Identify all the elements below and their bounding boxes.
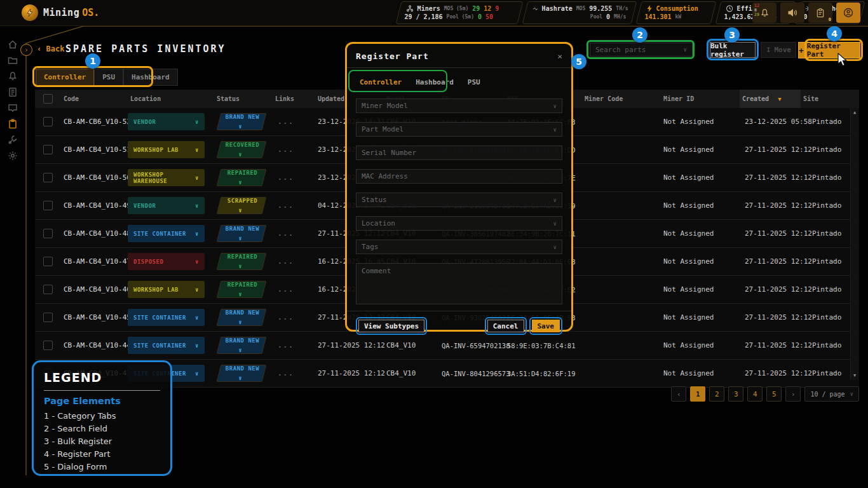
tab-hashboard[interactable]: Hashboard (123, 69, 178, 86)
tab-psu[interactable]: PSU (94, 69, 123, 86)
sidebar-item-alerts[interactable] (8, 71, 18, 81)
row-checkbox[interactable] (43, 257, 53, 266)
dialog-tab-controller[interactable]: Controller (360, 78, 402, 86)
location-dropdown[interactable]: SITE CONTAINER∨ (128, 225, 205, 242)
location-field[interactable]: Location∨ (356, 216, 562, 231)
sidebar-item-tools[interactable] (8, 135, 18, 145)
row-checkbox[interactable] (43, 341, 53, 350)
scroll-down-icon[interactable]: ▼ (853, 373, 856, 378)
sidebar-item-folder[interactable] (8, 55, 18, 65)
row-checkbox[interactable] (43, 201, 53, 210)
bulk-register-button[interactable]: Bulk register (710, 42, 756, 58)
location-dropdown[interactable]: WORKSHOP LAB∨ (128, 281, 205, 298)
row-links-menu[interactable]: ... (273, 369, 315, 377)
field-placeholder: Location (362, 219, 395, 227)
column-header-site[interactable]: Site (801, 90, 850, 108)
page-button-2[interactable]: 2 (709, 386, 724, 402)
column-header-miner-code[interactable]: Miner Code (582, 90, 661, 108)
row-links-menu[interactable]: ... (273, 313, 315, 322)
location-dropdown[interactable]: VENDOR∨ (128, 197, 205, 214)
status-field[interactable]: Status∨ (356, 193, 562, 207)
row-links-menu[interactable]: ... (273, 229, 315, 238)
column-header-code[interactable]: Code (61, 90, 128, 108)
cell-code: CB-AM-CB4_V10-49 (61, 201, 128, 210)
row-links-menu[interactable]: ... (273, 118, 315, 126)
save-button[interactable]: Save (532, 320, 560, 332)
serial-number-field[interactable]: Serial Number (356, 146, 562, 160)
cancel-button[interactable]: Cancel (487, 320, 524, 332)
row-checkbox[interactable] (43, 145, 53, 154)
close-icon[interactable]: × (557, 51, 562, 61)
account-button[interactable] (836, 3, 860, 23)
row-links-menu[interactable]: ... (273, 285, 315, 294)
tasks-button[interactable]: 0 (808, 3, 832, 23)
mac-address-field[interactable]: MAC Address (356, 169, 562, 184)
location-dropdown[interactable]: WORKSHOP WAREHOUSE∨ (128, 169, 205, 186)
page-button-5[interactable]: 5 (766, 386, 782, 402)
row-checkbox[interactable] (43, 229, 53, 238)
sidebar-item-inventory[interactable] (8, 119, 18, 129)
table-scrollbar[interactable]: ▲ ▼ (850, 108, 858, 380)
sidebar-expand-button[interactable]: › (20, 44, 32, 56)
register-part-button[interactable]: + Register Part (798, 42, 860, 58)
column-header-links[interactable]: Links (273, 90, 315, 108)
column-header-created[interactable]: Created▼ (740, 90, 801, 108)
cell-site: Pintado (801, 118, 850, 126)
sidebar-item-messages[interactable] (8, 103, 18, 113)
page-button-4[interactable]: 4 (747, 386, 763, 402)
move-button[interactable]: ↧ Move (761, 42, 796, 58)
row-checkbox[interactable] (43, 313, 53, 322)
status-dropdown[interactable]: BRAND NEW∨ (217, 337, 267, 354)
location-dropdown[interactable]: WORKSHOP LAB∨ (128, 141, 205, 158)
location-dropdown[interactable]: SITE CONTAINER∨ (128, 337, 205, 354)
dialog-tab-hashboard[interactable]: Hashboard (416, 78, 454, 86)
chevron-down-icon: ∨ (195, 259, 199, 265)
status-dropdown[interactable]: BRAND NEW∨ (217, 113, 267, 130)
location-dropdown[interactable]: VENDOR∨ (128, 113, 205, 130)
stat-hashrate: Hashrate MOS 99.255 TH/s Pool 0 MH/s (522, 1, 637, 24)
tags-field[interactable]: Tags∨ (356, 240, 562, 254)
part-model-field[interactable]: Part Model∨ (356, 122, 562, 137)
sound-button[interactable] (780, 3, 804, 23)
status-dropdown[interactable]: REPAIRED∨ (217, 253, 267, 270)
page-button-1[interactable]: 1 (690, 386, 705, 402)
notifications-button[interactable]: 12 0 29 (752, 3, 776, 23)
status-dropdown[interactable]: BRAND NEW∨ (217, 309, 267, 326)
row-links-menu[interactable]: ... (273, 146, 315, 154)
status-dropdown[interactable]: RECOVERED∨ (217, 141, 267, 158)
next-page-button[interactable]: › (785, 386, 801, 402)
tab-controller[interactable]: Controller (36, 69, 94, 86)
page-size-select[interactable]: 10 / page∨ (804, 386, 859, 402)
back-link[interactable]: ‹ Back (37, 44, 64, 53)
row-links-menu[interactable]: ... (273, 173, 315, 182)
location-dropdown[interactable]: DISPOSED∨ (128, 253, 205, 270)
status-dropdown[interactable]: REPAIRED∨ (217, 281, 267, 298)
sidebar-item-reports[interactable] (8, 87, 18, 97)
row-links-menu[interactable]: ... (273, 201, 315, 210)
row-checkbox[interactable] (43, 173, 53, 182)
column-header-miner-id[interactable]: Miner ID (661, 90, 740, 108)
prev-page-button[interactable]: ‹ (671, 386, 686, 402)
chevron-down-icon: ∨ (238, 375, 242, 381)
status-dropdown[interactable]: SCRAPPED∨ (217, 197, 267, 214)
status-dropdown[interactable]: BRAND NEW∨ (217, 225, 267, 242)
column-header-location[interactable]: Location (128, 90, 214, 108)
view-subtypes-button[interactable]: View Subtypes (358, 320, 424, 332)
row-links-menu[interactable]: ... (273, 341, 315, 349)
status-dropdown[interactable]: REPAIRED∨ (217, 169, 267, 186)
location-dropdown[interactable]: SITE CONTAINER∨ (128, 309, 205, 326)
scroll-up-icon[interactable]: ▲ (853, 110, 856, 115)
page-button-3[interactable]: 3 (728, 386, 743, 402)
miner-model-field[interactable]: Miner Model∨ (356, 98, 562, 113)
status-dropdown[interactable]: BRAND NEW∨ (217, 365, 267, 382)
row-links-menu[interactable]: ... (273, 257, 315, 266)
sidebar-item-home[interactable] (8, 39, 18, 50)
dialog-tab-psu[interactable]: PSU (468, 78, 480, 86)
comment-field[interactable]: Comment (356, 263, 562, 304)
sidebar-item-settings[interactable] (8, 151, 18, 161)
row-checkbox[interactable] (43, 117, 53, 126)
select-all-checkbox[interactable] (43, 94, 53, 104)
column-header-status[interactable]: Status (214, 90, 273, 108)
search-input[interactable]: Search parts ∨ (590, 43, 693, 57)
row-checkbox[interactable] (43, 285, 53, 294)
